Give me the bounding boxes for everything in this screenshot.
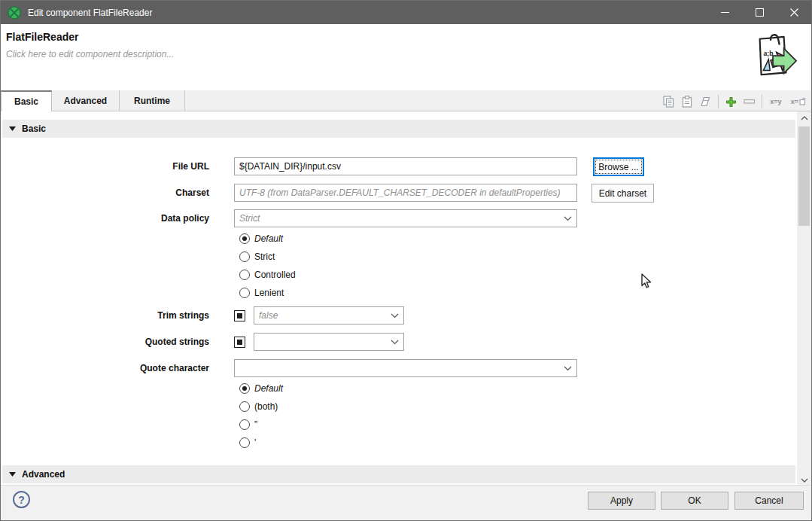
remove-icon[interactable] bbox=[743, 95, 756, 108]
cancel-button[interactable]: Cancel bbox=[734, 492, 804, 510]
radio-icon bbox=[239, 419, 250, 430]
window-title: Edit component FlatFileReader bbox=[28, 8, 152, 18]
data-policy-option-controlled[interactable]: Controlled bbox=[239, 265, 296, 284]
chevron-down-icon bbox=[564, 366, 572, 371]
dialog-footer: ? Apply OK Cancel bbox=[1, 485, 811, 520]
quoted-strings-checkbox[interactable] bbox=[234, 337, 245, 348]
quoted-strings-combo[interactable] bbox=[254, 333, 404, 351]
component-header: FlatFileReader Click here to edit compon… bbox=[1, 24, 811, 90]
radio-icon bbox=[239, 251, 250, 262]
maximize-button[interactable] bbox=[742, 1, 777, 24]
tab-runtime[interactable]: Runtime bbox=[120, 90, 185, 111]
radio-icon bbox=[239, 437, 250, 448]
close-button[interactable] bbox=[777, 1, 811, 24]
component-name: FlatFileReader bbox=[6, 31, 78, 43]
trim-strings-combo[interactable]: false bbox=[254, 306, 404, 324]
edit-charset-button[interactable]: Edit charset bbox=[592, 184, 654, 203]
minimize-button[interactable] bbox=[707, 1, 742, 24]
assign-expression-icon[interactable]: x=y bbox=[768, 95, 784, 108]
tab-strip: Basic Advanced Runtime bbox=[1, 90, 811, 111]
flat-file-reader-icon: a;b bbox=[751, 32, 798, 82]
toolbar-separator bbox=[762, 95, 762, 108]
assign-dialog-icon[interactable]: x= bbox=[789, 95, 807, 108]
eraser-icon[interactable] bbox=[699, 95, 713, 108]
data-policy-combo[interactable]: Strict bbox=[234, 209, 577, 227]
data-policy-option-lenient[interactable]: Lenient bbox=[239, 283, 284, 302]
ok-button[interactable]: OK bbox=[661, 492, 728, 510]
tab-advanced[interactable]: Advanced bbox=[52, 90, 120, 111]
chevron-down-icon bbox=[564, 216, 572, 221]
scroll-up-icon[interactable] bbox=[797, 111, 811, 124]
collapse-arrow-icon bbox=[9, 126, 16, 131]
file-url-input[interactable] bbox=[234, 157, 577, 175]
paste-icon[interactable] bbox=[680, 95, 694, 108]
charset-label: Charset bbox=[1, 184, 209, 202]
vertical-scrollbar[interactable] bbox=[797, 111, 811, 486]
quoted-strings-label: Quoted strings bbox=[1, 333, 209, 351]
cloverdx-logo-icon bbox=[8, 6, 21, 20]
radio-icon bbox=[239, 288, 250, 298]
tab-basic[interactable]: Basic bbox=[1, 90, 52, 111]
section-header-advanced[interactable]: Advanced bbox=[2, 465, 795, 483]
quote-option-singlequote[interactable]: ' bbox=[239, 433, 256, 452]
title-bar: Edit component FlatFileReader bbox=[1, 1, 811, 24]
scrollbar-thumb[interactable] bbox=[798, 126, 810, 226]
chevron-down-icon bbox=[391, 340, 399, 345]
add-icon[interactable] bbox=[724, 95, 737, 108]
copy-icon[interactable] bbox=[661, 95, 675, 108]
basic-tab-panel: Basic File URL Browse ... Charset Edit c… bbox=[1, 111, 797, 486]
component-description-placeholder[interactable]: Click here to edit component description… bbox=[6, 49, 174, 59]
radio-icon bbox=[239, 270, 250, 280]
file-url-label: File URL bbox=[1, 157, 209, 175]
radio-icon bbox=[239, 383, 250, 394]
radio-icon bbox=[239, 233, 250, 244]
charset-input[interactable] bbox=[234, 184, 577, 202]
quote-option-doublequote[interactable]: " bbox=[239, 415, 257, 434]
section-header-basic[interactable]: Basic bbox=[2, 120, 795, 138]
trim-strings-label: Trim strings bbox=[1, 306, 209, 324]
quote-character-label: Quote character bbox=[1, 359, 209, 377]
mouse-cursor bbox=[639, 273, 654, 290]
svg-text:a;b: a;b bbox=[763, 50, 773, 57]
edit-component-dialog: Edit component FlatFileReader FlatFileRe… bbox=[0, 0, 812, 521]
toolbar-separator bbox=[718, 95, 719, 108]
property-toolbar: x=y x= bbox=[661, 93, 807, 111]
collapse-arrow-icon bbox=[9, 472, 16, 477]
help-button[interactable]: ? bbox=[13, 491, 30, 508]
quote-character-combo[interactable] bbox=[234, 359, 577, 377]
chevron-down-icon bbox=[391, 313, 399, 318]
trim-strings-checkbox[interactable] bbox=[234, 310, 245, 321]
apply-button[interactable]: Apply bbox=[588, 492, 655, 510]
quote-option-default[interactable]: Default bbox=[239, 379, 283, 398]
radio-icon bbox=[239, 401, 250, 412]
data-policy-option-strict[interactable]: Strict bbox=[239, 247, 275, 266]
quote-option-both[interactable]: (both) bbox=[239, 397, 278, 416]
data-policy-label: Data policy bbox=[1, 209, 209, 227]
browse-button[interactable]: Browse ... bbox=[593, 157, 644, 176]
data-policy-option-default[interactable]: Default bbox=[239, 229, 283, 248]
